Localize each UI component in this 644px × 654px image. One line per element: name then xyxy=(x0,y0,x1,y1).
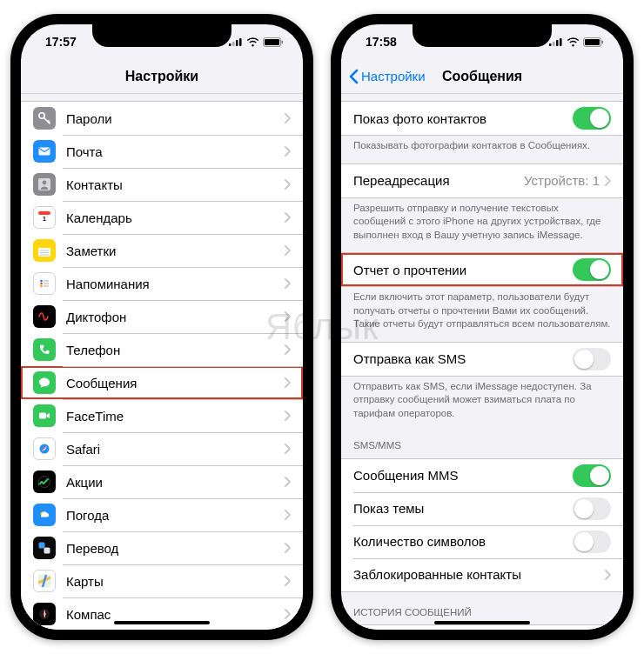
row-label: Показ фото контактов xyxy=(353,111,573,126)
svg-rect-3 xyxy=(239,38,242,46)
svg-rect-12 xyxy=(38,211,50,215)
messages-settings[interactable]: Показ фото контактовПоказывать фотографи… xyxy=(341,94,623,630)
row-label: Показ темы xyxy=(353,501,573,516)
row-label: Переадресация xyxy=(353,173,524,188)
settings-row-mail[interactable]: Почта xyxy=(21,135,303,168)
svg-rect-45 xyxy=(549,43,552,46)
home-indicator[interactable] xyxy=(114,621,210,624)
back-button[interactable]: Настройки xyxy=(348,59,426,93)
toggle-mms-messaging[interactable] xyxy=(573,464,611,487)
row-blocked[interactable]: Заблокированные контакты xyxy=(341,558,623,591)
settings-row-contacts[interactable]: Контакты xyxy=(21,168,303,201)
svg-point-20 xyxy=(40,280,43,283)
settings-row-stocks[interactable]: Акции xyxy=(21,465,303,498)
chevron-right-icon xyxy=(285,576,291,586)
settings-row-label: Телефон xyxy=(66,343,285,357)
toggle-char-count[interactable] xyxy=(573,531,611,553)
chevron-right-icon xyxy=(605,570,611,580)
battery-icon xyxy=(263,37,284,47)
settings-row-label: Пароли xyxy=(66,111,285,126)
toggle-read-receipts[interactable] xyxy=(573,258,611,281)
settings-row-label: Напоминания xyxy=(66,277,285,291)
home-indicator[interactable] xyxy=(434,621,530,624)
settings-row-messages[interactable]: Сообщения xyxy=(21,366,303,399)
settings-row-passwords[interactable]: Пароли xyxy=(21,102,303,135)
settings-row-safari[interactable]: Safari xyxy=(21,432,303,465)
settings-row-label: Перевод xyxy=(66,541,285,556)
row-label: Отправка как SMS xyxy=(353,351,573,366)
settings-row-weather[interactable]: Погода xyxy=(21,498,303,531)
chevron-right-icon xyxy=(285,311,291,322)
group-footer: Показывать фотографии контактов в Сообще… xyxy=(341,136,623,158)
translate-icon xyxy=(33,537,56,559)
row-show-subject[interactable]: Показ темы xyxy=(341,492,623,525)
settings-row-label: Заметки xyxy=(66,244,285,258)
svg-rect-48 xyxy=(560,38,562,46)
navbar: Настройки Сообщения xyxy=(341,59,623,94)
settings-list[interactable]: ПаролиПочтаКонтакты1КалендарьЗаметкиНапо… xyxy=(21,94,303,630)
settings-row-voice-memos[interactable]: Диктофон xyxy=(21,300,303,333)
back-label: Настройки xyxy=(361,69,426,83)
svg-rect-46 xyxy=(553,42,555,46)
settings-row-compass[interactable]: Компас xyxy=(21,597,303,630)
settings-row-label: Safari xyxy=(66,442,285,457)
status-time: 17:57 xyxy=(45,35,77,49)
row-read-receipts[interactable]: Отчет о прочтении xyxy=(341,253,623,286)
row-text-forwarding[interactable]: ПереадресацияУстройств: 1 xyxy=(341,164,623,197)
notch xyxy=(413,24,552,47)
svg-rect-32 xyxy=(44,548,50,554)
chevron-right-icon xyxy=(285,444,291,454)
group-header: SMS/MMS xyxy=(341,430,623,458)
calendar-icon: 1 xyxy=(33,206,56,229)
chevron-right-icon xyxy=(285,245,291,256)
group-footer: Разрешить отправку и получение текстовых… xyxy=(341,198,623,248)
settings-row-label: Почта xyxy=(66,144,285,159)
settings-row-translate[interactable]: Перевод xyxy=(21,531,303,564)
toggle-send-as-sms[interactable] xyxy=(573,348,611,370)
settings-row-label: Компас xyxy=(66,607,285,622)
row-keep-messages[interactable]: Оставлять сообщенияБессрочно xyxy=(341,625,623,630)
svg-rect-15 xyxy=(38,244,50,248)
notes-icon xyxy=(33,239,56,262)
chevron-right-icon xyxy=(285,113,291,123)
toggle-show-subject[interactable] xyxy=(573,497,611,520)
signal-icon xyxy=(229,37,243,46)
chevron-left-icon xyxy=(348,69,359,84)
status-right-icons xyxy=(549,37,604,47)
chevron-right-icon xyxy=(285,609,291,619)
svg-rect-6 xyxy=(282,40,284,43)
row-label: Количество символов xyxy=(353,534,573,549)
compass-icon xyxy=(33,603,56,625)
row-show-contact-photos[interactable]: Показ фото контактов xyxy=(341,102,623,135)
settings-row-reminders[interactable]: Напоминания xyxy=(21,267,303,300)
notch xyxy=(92,24,231,47)
messages-icon xyxy=(33,371,56,394)
row-char-count[interactable]: Количество символов xyxy=(341,525,623,558)
svg-rect-2 xyxy=(236,40,238,46)
settings-row-label: Календарь xyxy=(66,210,285,225)
settings-row-facetime[interactable]: FaceTime xyxy=(21,399,303,432)
settings-row-calendar[interactable]: 1Календарь xyxy=(21,201,303,234)
settings-row-maps[interactable]: Карты xyxy=(21,564,303,597)
maps-icon xyxy=(33,570,56,592)
chevron-right-icon xyxy=(605,176,611,186)
status-right-icons xyxy=(229,37,284,47)
chevron-right-icon xyxy=(285,212,291,223)
stocks-icon xyxy=(33,470,56,493)
signal-icon xyxy=(549,37,563,46)
svg-text:1: 1 xyxy=(43,216,46,222)
row-mms-messaging[interactable]: Сообщения MMS xyxy=(341,459,623,492)
row-label: Отчет о прочтении xyxy=(353,263,573,277)
svg-rect-5 xyxy=(265,39,279,45)
chevron-right-icon xyxy=(285,278,291,289)
svg-rect-47 xyxy=(556,40,559,46)
chevron-right-icon xyxy=(285,377,291,388)
settings-row-phone[interactable]: Телефон xyxy=(21,333,303,366)
settings-row-notes[interactable]: Заметки xyxy=(21,234,303,267)
chevron-right-icon xyxy=(285,344,291,355)
toggle-show-contact-photos[interactable] xyxy=(573,107,611,130)
row-send-as-sms[interactable]: Отправка как SMS xyxy=(341,343,623,376)
page-title: Сообщения xyxy=(442,69,522,84)
weather-icon xyxy=(33,504,56,526)
svg-rect-31 xyxy=(39,543,45,549)
